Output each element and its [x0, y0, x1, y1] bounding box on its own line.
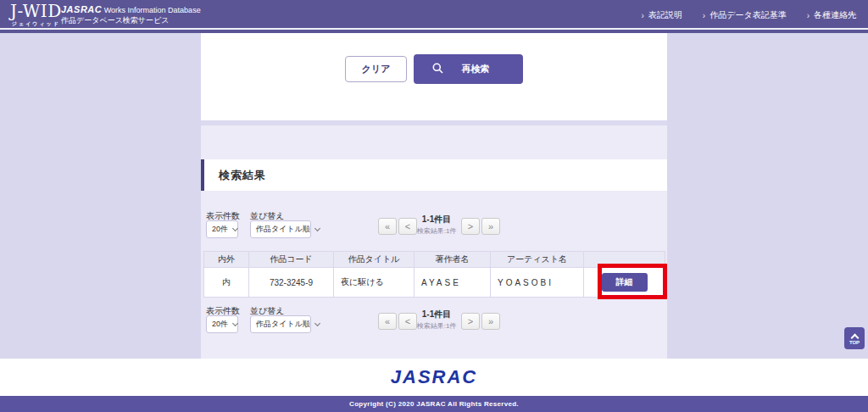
- cell-work-title: 夜に駆ける: [334, 268, 415, 297]
- pagination-next-button-bottom[interactable]: >: [461, 313, 480, 330]
- chevron-down-icon: [232, 225, 238, 231]
- research-button-label: 再検索: [443, 63, 508, 75]
- pagination-info: 1-1件目 検索結果:1件: [407, 214, 466, 236]
- jasrac-wordmark: JASRAC: [61, 4, 102, 14]
- cell-author: AYASE: [415, 268, 491, 297]
- display-count-select[interactable]: 20件: [206, 220, 238, 238]
- jwid-logo[interactable]: J-WID ジェイウィッド: [10, 3, 62, 28]
- pagination-range: 1-1件目: [407, 309, 466, 320]
- col-header-action: [584, 252, 665, 268]
- jwid-logo-text: J-WID: [10, 3, 62, 19]
- header-nav: › 表記説明 › 作品データ表記基準 › 各種連絡先: [642, 9, 857, 21]
- table-header-row: 内外 作品コード 作品タイトル 著作者名 アーティスト名: [204, 252, 665, 268]
- nav-item-data-standards[interactable]: › 作品データ表記基準: [703, 9, 787, 21]
- col-header-author: 著作者名: [415, 252, 491, 268]
- nav-item-notation-help[interactable]: › 表記説明: [642, 9, 682, 21]
- results-table: 内外 作品コード 作品タイトル 著作者名 アーティスト名 内 732-3245-…: [203, 251, 665, 298]
- chevron-right-icon: ›: [807, 11, 810, 20]
- pagination-next-button[interactable]: >: [461, 218, 480, 235]
- jasrac-footer-logo[interactable]: JASRAC: [391, 366, 477, 388]
- pagination-total: 検索結果:1件: [407, 321, 466, 331]
- brand-sub: Works Information Database: [104, 6, 201, 14]
- sort-select[interactable]: 作品タイトル順: [250, 220, 311, 238]
- card-shadow-strip: [201, 120, 667, 125]
- pagination-last-button[interactable]: »: [481, 218, 500, 235]
- pagination-first-button-bottom[interactable]: «: [378, 313, 397, 330]
- footer: JASRAC: [0, 359, 868, 396]
- pagination-last-button-bottom[interactable]: »: [481, 313, 500, 330]
- results-title: 検索結果: [204, 168, 266, 183]
- brand-service-name: 作品データベース検索サービス: [61, 16, 201, 25]
- nav-label: 表記説明: [648, 9, 682, 21]
- brand-block: JASRAC Works Information Database 作品データベ…: [61, 5, 201, 25]
- cell-work-code: 732-3245-9: [249, 268, 334, 297]
- page: J-WID ジェイウィッド JASRAC Works Information D…: [0, 0, 868, 412]
- research-button[interactable]: 再検索: [414, 54, 523, 84]
- col-header-work-code: 作品コード: [249, 252, 334, 268]
- detail-button[interactable]: 詳細: [602, 273, 648, 292]
- cell-naigai: 内: [204, 268, 249, 297]
- back-to-top-button[interactable]: TOP: [844, 327, 865, 349]
- display-count-select-bottom[interactable]: 20件: [206, 315, 238, 333]
- display-count-value: 20件: [212, 319, 228, 330]
- jwid-logo-kana: ジェイウィッド: [10, 20, 62, 28]
- copyright-text: Copyright (C) 2020 JASRAC All Rights Res…: [349, 400, 519, 408]
- copyright-bar: Copyright (C) 2020 JASRAC All Rights Res…: [0, 396, 868, 412]
- cell-action: 詳細: [584, 268, 665, 297]
- nav-label: 作品データ表記基準: [709, 9, 786, 21]
- table-row: 内 732-3245-9 夜に駆ける AYASE YOASOBI 詳細: [204, 268, 665, 297]
- clear-button[interactable]: クリア: [345, 56, 407, 82]
- chevron-down-icon: [232, 320, 238, 326]
- sort-select-bottom[interactable]: 作品タイトル順: [250, 315, 311, 333]
- nav-item-contacts[interactable]: › 各種連絡先: [807, 9, 856, 21]
- brand-line1: JASRAC Works Information Database: [61, 5, 201, 15]
- sort-value: 作品タイトル順: [256, 224, 310, 235]
- col-header-naigai: 内外: [204, 252, 249, 268]
- chevron-right-icon: ›: [642, 11, 644, 20]
- header: J-WID ジェイウィッド JASRAC Works Information D…: [0, 0, 868, 28]
- search-icon: [432, 63, 443, 75]
- display-count-value: 20件: [212, 224, 228, 235]
- chevron-right-icon: ›: [703, 11, 705, 20]
- results-title-bar: 検索結果: [201, 159, 667, 191]
- pagination-info-bottom: 1-1件目 検索結果:1件: [407, 309, 466, 331]
- col-header-artist: アーティスト名: [491, 252, 584, 268]
- pagination-first-button[interactable]: «: [378, 218, 397, 235]
- col-header-work-title: 作品タイトル: [334, 252, 415, 268]
- nav-label: 各種連絡先: [814, 9, 856, 21]
- pagination-range: 1-1件目: [407, 214, 466, 225]
- sort-value: 作品タイトル順: [256, 319, 310, 330]
- pagination-total: 検索結果:1件: [407, 226, 466, 236]
- cell-artist: YOASOBI: [491, 268, 584, 297]
